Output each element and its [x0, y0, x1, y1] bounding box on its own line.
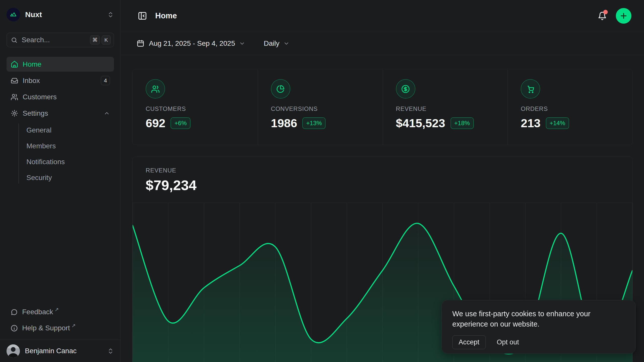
stat-revenue: REVENUE $415,523 +18%: [383, 69, 508, 145]
stat-orders: ORDERS 213 +14%: [507, 69, 632, 145]
footer-link-label: Help & Support: [22, 324, 70, 332]
chevron-up-icon: [104, 110, 110, 116]
stats-row: CUSTOMERS 692 +6% CONVERSIONS 1986 +13%: [132, 69, 633, 145]
user-name: Benjamin Canac: [25, 347, 76, 355]
user-menu[interactable]: Benjamin Canac: [0, 340, 120, 362]
cookie-banner: We use first-party cookies to enhance yo…: [441, 300, 636, 354]
feedback-link[interactable]: Feedback ↗: [7, 304, 114, 320]
stat-label: REVENUE: [396, 105, 500, 112]
gear-icon: [11, 109, 18, 117]
stat-value: 692: [146, 116, 165, 130]
stat-delta-badge: +6%: [171, 117, 190, 129]
search-input[interactable]: [22, 36, 88, 44]
message-bubble-icon: [11, 308, 18, 316]
stat-delta-badge: +18%: [451, 117, 474, 129]
date-range-value: Aug 21, 2025 - Sep 4, 2025: [149, 39, 235, 48]
stat-label: ORDERS: [521, 105, 625, 112]
filters-toolbar: Aug 21, 2025 - Sep 4, 2025 Daily: [121, 32, 644, 55]
kbd-cmd: ⌘: [90, 35, 100, 44]
sub-item-label: Security: [26, 174, 52, 182]
sidebar-item-notifications[interactable]: Notifications: [7, 154, 114, 170]
footer-link-label: Feedback: [22, 308, 53, 316]
interval-value: Daily: [264, 39, 279, 48]
stat-customers: CUSTOMERS 692 +6%: [133, 69, 258, 145]
revenue-chart-total: $79,234: [146, 177, 619, 193]
date-range-picker[interactable]: Aug 21, 2025 - Sep 4, 2025: [137, 39, 245, 48]
stat-conversions: CONVERSIONS 1986 +13%: [258, 69, 383, 145]
stat-label: CUSTOMERS: [146, 105, 250, 112]
plus-icon: [619, 12, 628, 20]
sidebar-nav: Home Inbox 4 Customers Settin: [7, 57, 114, 186]
sidebar: Nuxt ⌘ K Home Inbox 4: [0, 0, 121, 362]
page-title: Home: [155, 11, 177, 20]
info-circle-icon: [11, 325, 18, 332]
cookie-message: We use first-party cookies to enhance yo…: [452, 309, 611, 329]
inbox-count-badge: 4: [101, 76, 110, 85]
sidebar-item-label: Settings: [23, 109, 48, 117]
notification-dot: [603, 10, 608, 14]
sidebar-collapse-button[interactable]: [137, 10, 148, 22]
sub-item-label: Notifications: [26, 158, 65, 166]
sidebar-item-label: Inbox: [23, 77, 40, 85]
sidebar-item-settings[interactable]: Settings: [7, 106, 114, 121]
stat-delta-badge: +13%: [302, 117, 326, 129]
sidebar-footer: Feedback ↗ Help & Support ↗: [7, 304, 114, 340]
search-box[interactable]: ⌘ K: [7, 33, 114, 47]
external-link-icon: ↗: [55, 306, 59, 312]
sidebar-item-inbox[interactable]: Inbox 4: [7, 73, 114, 88]
home-icon: [11, 60, 18, 68]
sidebar-item-home[interactable]: Home: [7, 57, 114, 72]
sub-item-label: General: [26, 126, 52, 134]
sidebar-item-security[interactable]: Security: [7, 170, 114, 186]
pie-chart-icon: [271, 79, 290, 99]
search-icon: [11, 37, 18, 43]
circle-dollar-icon: [396, 79, 415, 99]
stat-label: CONVERSIONS: [271, 105, 375, 112]
page-header: Home: [121, 0, 644, 32]
external-link-icon: ↗: [71, 323, 76, 329]
stat-delta-badge: +14%: [546, 117, 569, 129]
stat-value: 1986: [271, 116, 297, 130]
calendar-icon: [137, 39, 144, 47]
sub-item-label: Members: [26, 142, 56, 150]
nuxt-logo-icon: [7, 8, 20, 21]
help-support-link[interactable]: Help & Support ↗: [7, 320, 114, 336]
shopping-cart-icon: [521, 79, 540, 99]
sidebar-item-general[interactable]: General: [7, 122, 114, 138]
team-name: Nuxt: [25, 10, 42, 19]
kbd-k: K: [102, 35, 111, 44]
interval-select[interactable]: Daily: [264, 39, 290, 48]
team-switcher[interactable]: Nuxt: [7, 6, 114, 24]
sidebar-item-label: Home: [23, 60, 42, 68]
sidebar-item-customers[interactable]: Customers: [7, 89, 114, 104]
users-icon: [146, 79, 165, 99]
add-button[interactable]: [616, 8, 631, 24]
chevron-down-icon: [283, 40, 290, 47]
chevrons-up-down-icon: [107, 348, 114, 354]
chevron-down-icon: [239, 40, 245, 47]
sidebar-item-label: Customers: [23, 93, 57, 101]
settings-sub-nav: General Members Notifications Security: [7, 122, 114, 186]
avatar: [7, 344, 20, 358]
sidebar-item-members[interactable]: Members: [7, 138, 114, 154]
notifications-button[interactable]: [596, 9, 609, 22]
cookie-optout-button[interactable]: Opt out: [497, 338, 519, 346]
chevrons-up-down-icon: [107, 11, 114, 18]
revenue-chart-label: REVENUE: [146, 167, 619, 174]
panel-left-close-icon: [138, 11, 147, 21]
stat-value: $415,523: [396, 116, 445, 130]
stat-value: 213: [521, 116, 540, 130]
inbox-icon: [11, 77, 18, 84]
users-icon: [11, 93, 18, 101]
cookie-accept-button[interactable]: Accept: [452, 335, 486, 349]
